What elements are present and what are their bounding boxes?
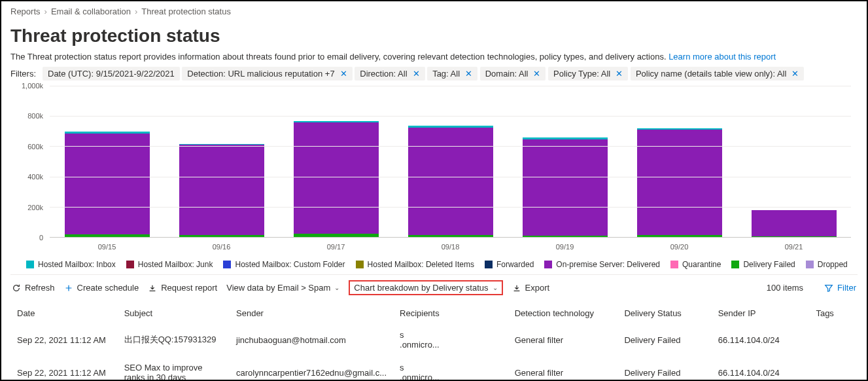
page-description: The Threat protection status report prov… [10, 52, 858, 62]
legend-label: Hosted Mailbox: Inbox [38, 260, 116, 269]
x-tick: 09/16 [179, 240, 264, 256]
bar-segment [637, 235, 722, 237]
cell-sender: carolynncarpentier7162ednu@gmail.c... [230, 356, 393, 381]
bar[interactable] [408, 126, 493, 237]
column-header[interactable]: Delivery Status [617, 303, 711, 323]
filter-chip[interactable]: Domain: All✕ [480, 67, 546, 81]
legend-item[interactable]: Quarantine [670, 260, 721, 269]
refresh-icon [12, 283, 21, 293]
cell-subject: 出口报关QQ:157931329 [118, 323, 230, 356]
legend-item[interactable]: Forwarded [485, 260, 534, 269]
x-tick: 09/20 [637, 240, 722, 256]
filter-chip[interactable]: Detection: URL malicious reputation +7✕ [182, 67, 352, 81]
legend-label: Hosted Mailbox: Custom Folder [235, 260, 345, 269]
bar[interactable] [523, 137, 608, 237]
close-icon[interactable]: ✕ [790, 69, 799, 79]
breadcrumb-item-current: Threat protection status [141, 7, 231, 16]
x-tick: 09/15 [65, 240, 150, 256]
bar[interactable] [752, 210, 837, 237]
cell-recipients: s.onmicro... [393, 356, 508, 381]
legend-swatch [485, 261, 493, 268]
chart-plot [50, 86, 851, 238]
download-icon [148, 283, 157, 293]
page-title: Threat protection status [10, 26, 858, 46]
filter-bar: Filters: Date (UTC): 9/15/2021-9/22/2021… [10, 67, 858, 81]
chart-breakdown-dropdown[interactable]: Chart breakdown by Delivery status ⌄ [349, 280, 502, 295]
learn-more-link[interactable]: Learn more about this report [668, 52, 776, 62]
legend-item[interactable]: Hosted Mailbox: Inbox [26, 260, 116, 269]
filter-chip[interactable]: Date (UTC): 9/15/2021-9/22/2021 [43, 67, 180, 81]
bar[interactable] [294, 121, 379, 237]
column-header[interactable]: Sender IP [712, 303, 810, 323]
column-header[interactable]: Detection technology [508, 303, 618, 323]
refresh-button[interactable]: Refresh [12, 283, 55, 293]
legend-label: On-premise Server: Delivered [556, 260, 660, 269]
column-header[interactable]: Tags [809, 303, 858, 323]
breadcrumb-item-reports[interactable]: Reports [10, 7, 41, 16]
cell-ip: 66.114.104.0/24 [712, 356, 810, 381]
chart-legend: Hosted Mailbox: InboxHosted Mailbox: Jun… [26, 260, 858, 269]
legend-item[interactable]: Hosted Mailbox: Deleted Items [356, 260, 474, 269]
bar[interactable] [179, 144, 264, 237]
legend-item[interactable]: Hosted Mailbox: Custom Folder [223, 260, 345, 269]
view-data-dropdown[interactable]: View data by Email > Spam ⌄ [226, 283, 339, 293]
chart: 0200k400k600k800k1,000k 09/1509/1609/170… [20, 86, 851, 256]
cell-tags [809, 323, 858, 356]
bar-segment [523, 139, 608, 236]
column-header[interactable]: Sender [230, 303, 393, 323]
legend-item[interactable]: Delivery Failed [731, 260, 795, 269]
close-icon[interactable]: ✕ [339, 69, 347, 79]
toolbar: Refresh Create schedule Request report V… [10, 274, 858, 300]
legend-swatch [670, 261, 678, 268]
chevron-down-icon: ⌄ [334, 284, 339, 291]
bar-segment [637, 130, 722, 235]
filter-chip[interactable]: Policy name (details table view only): A… [631, 67, 805, 81]
close-icon[interactable]: ✕ [614, 69, 623, 79]
close-icon[interactable]: ✕ [464, 69, 472, 79]
chevron-right-icon: › [44, 7, 47, 16]
x-tick: 09/19 [523, 240, 608, 256]
column-header[interactable]: Recipients [393, 303, 508, 323]
breadcrumb-item-email[interactable]: Email & collaboration [51, 7, 131, 16]
y-tick: 0 [39, 234, 43, 242]
column-header[interactable]: Subject [118, 303, 230, 323]
filter-chip[interactable]: Policy Type: All✕ [548, 67, 628, 81]
plus-icon [64, 283, 73, 293]
create-schedule-button[interactable]: Create schedule [64, 283, 139, 293]
legend-item[interactable]: On-premise Server: Delivered [544, 260, 660, 269]
legend-item[interactable]: Hosted Mailbox: Junk [126, 260, 213, 269]
close-icon[interactable]: ✕ [411, 69, 420, 79]
y-tick: 800k [27, 112, 43, 120]
y-tick: 1,000k [22, 82, 43, 90]
bar-segment [408, 128, 493, 234]
table-row[interactable]: Sep 22, 2021 11:12 AMSEO Max to improve … [10, 356, 858, 381]
column-header[interactable]: Date [10, 303, 118, 323]
close-icon[interactable]: ✕ [532, 69, 540, 79]
export-button[interactable]: Export [512, 283, 550, 293]
x-tick: 09/17 [294, 240, 379, 256]
cell-delivery: Delivery Failed [617, 323, 711, 356]
legend-swatch [731, 261, 739, 268]
bar-segment [179, 145, 264, 235]
x-tick: 09/21 [752, 240, 837, 256]
bar-segment [408, 235, 493, 237]
cell-detection: General filter [508, 323, 618, 356]
cell-tags [809, 356, 858, 381]
x-axis: 09/1509/1609/1709/1809/1909/2009/21 [50, 240, 851, 256]
table-row[interactable]: Sep 22, 2021 11:12 AM出口报关QQ:157931329jin… [10, 323, 858, 356]
filter-button[interactable]: Filter [824, 283, 856, 293]
details-table: DateSubjectSenderRecipientsDetection tec… [10, 303, 858, 381]
bar[interactable] [65, 132, 150, 237]
legend-item[interactable]: Dropped [806, 260, 848, 269]
items-count: 100 items [767, 283, 803, 293]
cell-delivery: Delivery Failed [617, 356, 711, 381]
filter-chip[interactable]: Tag: All✕ [427, 67, 477, 81]
request-report-button[interactable]: Request report [148, 283, 217, 293]
chevron-down-icon: ⌄ [493, 284, 498, 291]
legend-label: Quarantine [682, 260, 721, 269]
legend-swatch [544, 261, 552, 268]
cell-sender: jinchubaoguan@hotmail.com [230, 323, 393, 356]
bar-segment [523, 236, 608, 237]
bar[interactable] [637, 128, 722, 237]
filter-chip[interactable]: Direction: All✕ [355, 67, 425, 81]
